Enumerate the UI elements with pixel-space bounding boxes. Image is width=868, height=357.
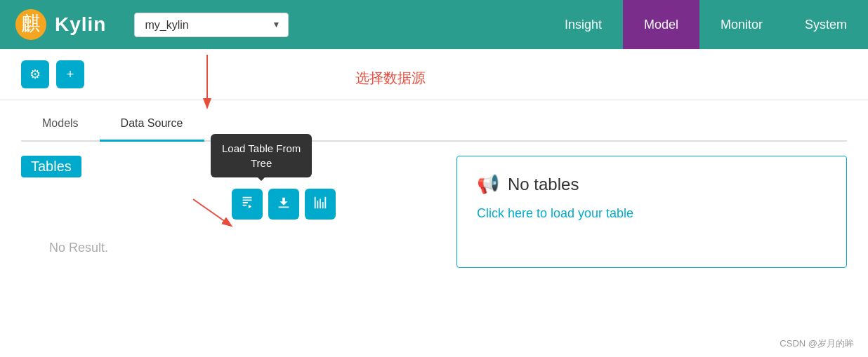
- svg-line-5: [193, 199, 228, 224]
- action-buttons: Load Table FromTree: [232, 189, 442, 220]
- tooltip-bubble: Load Table FromTree: [211, 134, 312, 177]
- svg-text:麒: 麒: [21, 13, 41, 34]
- nav-tab-model[interactable]: Model: [623, 0, 699, 49]
- left-panel: Tables Load Table FromTree: [21, 156, 442, 268]
- tooltip-text: Load Table FromTree: [222, 142, 301, 169]
- nav-tabs: Insight Model Monitor System: [544, 0, 868, 49]
- sub-tabs-wrapper: 选择数据源 Models Data Source: [21, 107, 847, 142]
- project-select[interactable]: my_kylin: [134, 13, 289, 37]
- toolbar: ⚙ +: [0, 49, 868, 100]
- header: 麒 Kylin my_kylin Insight Model Monitor S…: [0, 0, 868, 49]
- sub-tabs: Models Data Source: [21, 107, 847, 142]
- no-result-text: No Result.: [49, 241, 442, 255]
- main-content: Tables Load Table FromTree: [21, 156, 847, 268]
- tab-models[interactable]: Models: [21, 107, 100, 142]
- download-icon: [276, 195, 291, 214]
- megaphone-icon: 📢: [477, 173, 499, 195]
- nav-tab-insight[interactable]: Insight: [544, 0, 623, 49]
- content-area: 选择数据源 Models Data Source Tables Load Tab…: [0, 100, 868, 268]
- tab-data-source[interactable]: Data Source: [100, 107, 204, 142]
- nav-tab-system[interactable]: System: [784, 0, 868, 49]
- plus-icon: +: [67, 67, 74, 82]
- load-table-link[interactable]: Click here to load your table: [477, 206, 633, 220]
- project-selector-wrapper[interactable]: my_kylin: [134, 8, 289, 41]
- download-tree-icon: [239, 195, 255, 214]
- logo-text: Kylin: [55, 13, 106, 36]
- load-table-button[interactable]: [268, 189, 299, 220]
- logo-area: 麒 Kylin: [0, 0, 120, 49]
- gear-icon: ⚙: [29, 67, 41, 82]
- nav-tab-monitor[interactable]: Monitor: [699, 0, 784, 49]
- load-table-from-tree-button[interactable]: Load Table FromTree: [232, 189, 263, 220]
- gear-button[interactable]: ⚙: [21, 60, 49, 88]
- tables-badge: Tables: [21, 156, 81, 177]
- watermark: CSDN @岁月的眸: [780, 337, 854, 350]
- annotation-text: 选择数据源: [355, 69, 426, 88]
- no-tables-header: 📢 No tables: [477, 173, 827, 195]
- chart-button[interactable]: [305, 189, 336, 220]
- kylin-logo-icon: 麒: [14, 8, 48, 41]
- add-button[interactable]: +: [56, 60, 84, 88]
- no-tables-text: No tables: [508, 175, 579, 194]
- right-panel: 📢 No tables Click here to load your tabl…: [456, 156, 847, 268]
- chart-icon: [313, 195, 328, 214]
